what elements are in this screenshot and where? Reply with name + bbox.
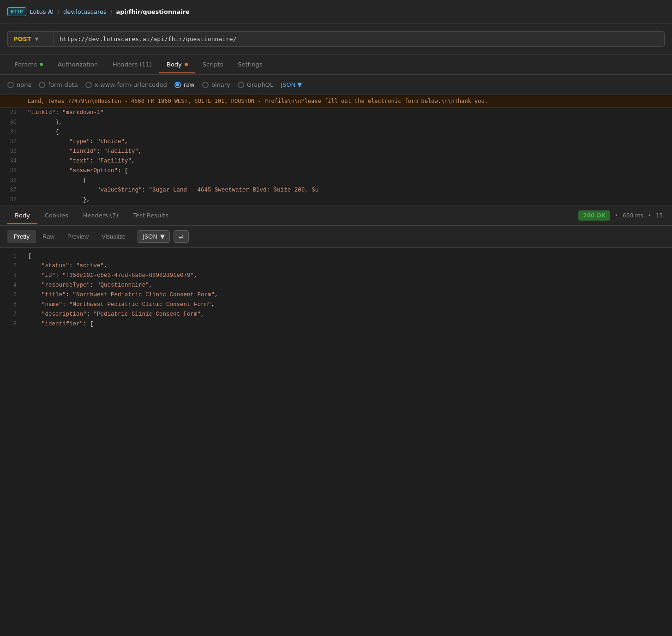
tab-scripts[interactable]: Scripts [195, 55, 230, 73]
resp-line-8: 8 "identifier": [ [0, 319, 672, 329]
breadcrumb-item-1[interactable]: Lotus AI [30, 8, 54, 15]
resp-line-5: 5 "title": "Northwest Pediatric Clinic C… [0, 290, 672, 300]
radio-binary-label: binary [211, 81, 230, 88]
resp-line-content-4: "resourceType": "Questionnaire", [24, 281, 672, 290]
response-tab-headers-label: Headers (7) [83, 212, 119, 219]
request-tab-bar: Params Authorization Headers (11) Body S… [0, 54, 672, 75]
line-num-33: 33 [0, 147, 24, 156]
radio-raw-circle [174, 82, 181, 88]
response-tab-cookies-label: Cookies [45, 212, 68, 219]
radio-raw[interactable]: raw [174, 81, 195, 88]
radio-form-data-label: form-data [48, 81, 78, 88]
body-dot [185, 63, 188, 66]
visualize-button[interactable]: Visualize [95, 230, 132, 243]
format-dropdown[interactable]: JSON ▼ [281, 81, 302, 88]
radio-urlencoded[interactable]: x-www-form-urlencoded [85, 81, 167, 88]
line-num-30: 30 [0, 118, 24, 127]
tab-params-label: Params [15, 61, 37, 68]
code-line-30: 30 }, [0, 118, 672, 127]
tab-scripts-label: Scripts [203, 61, 223, 68]
wrap-icon: ⇌ [179, 233, 184, 240]
response-tab-testresults-label: Test Results [133, 212, 168, 219]
tab-body-label: Body [167, 61, 182, 68]
line-content-29: "linkId": "markdown-1" [24, 108, 672, 117]
request-code-editor[interactable]: Land, Texas 77479\n\nHouston - 4560 FM 1… [0, 95, 672, 205]
resp-line-num-1: 1 [0, 252, 24, 261]
code-line-33: 33 "linkId": "Facility", [0, 147, 672, 156]
breadcrumb-sep-2: / [110, 8, 114, 15]
resp-line-3: 3 "id": "f358c101-c5e3-47cd-8a8e-88982d9… [0, 271, 672, 281]
radio-binary-circle [202, 82, 209, 88]
url-input[interactable] [54, 31, 665, 47]
radio-urlencoded-circle [85, 82, 92, 88]
response-tab-cookies[interactable]: Cookies [37, 206, 76, 224]
response-size: 15. [656, 212, 665, 219]
tab-body[interactable]: Body [159, 55, 195, 73]
resp-line-num-2: 2 [0, 261, 24, 271]
line-content-31: { [24, 127, 672, 137]
breadcrumb-sep-1: / [58, 8, 62, 15]
breadcrumb-item-3: api/fhir/questionnaire [116, 8, 190, 15]
code-line-36: 36 { [0, 176, 672, 186]
breadcrumb: Lotus AI / dev.lotuscares / api/fhir/que… [30, 8, 190, 15]
line-num-29: 29 [0, 108, 24, 117]
response-tab-body-label: Body [15, 212, 30, 219]
resp-line-content-8: "identifier": [ [24, 319, 672, 329]
line-content-38: }, [24, 195, 672, 204]
wrap-button[interactable]: ⇌ [174, 230, 189, 243]
method-dropdown[interactable]: POST ▼ [7, 31, 54, 47]
code-scroll-hint: Land, Texas 77479\n\nHouston - 4560 FM 1… [0, 95, 672, 108]
line-content-35: "answerOption": [ [24, 166, 672, 175]
resp-line-num-4: 4 [0, 281, 24, 290]
response-tab-headers[interactable]: Headers (7) [76, 206, 126, 224]
code-line-35: 35 "answerOption": [ [0, 166, 672, 176]
line-content-34: "text": "Facility", [24, 156, 672, 166]
line-content-32: "type": "choice", [24, 137, 672, 146]
tab-authorization[interactable]: Authorization [50, 55, 105, 73]
code-line-38: 38 }, [0, 195, 672, 205]
http-badge: HTTP [7, 7, 26, 16]
response-format-dropdown[interactable]: JSON ▼ [138, 230, 170, 243]
resp-line-content-5: "title": "Northwest Pediatric Clinic Con… [24, 290, 672, 300]
line-num-31: 31 [0, 127, 24, 137]
radio-binary[interactable]: binary [202, 81, 230, 88]
resp-line-num-3: 3 [0, 271, 24, 281]
line-num-34: 34 [0, 156, 24, 166]
response-format-label: JSON [143, 233, 157, 240]
resp-line-content-2: "status": "active", [24, 261, 672, 271]
radio-none-circle [7, 82, 14, 88]
method-label: POST [13, 36, 31, 42]
resp-line-content-3: "id": "f358c101-c5e3-47cd-8a8e-88982d91e… [24, 271, 672, 281]
line-num-37: 37 [0, 186, 24, 195]
resp-line-7: 7 "description": "Pediatric Clinic Conse… [0, 310, 672, 319]
line-content-33: "linkId": "Facility", [24, 147, 672, 156]
response-tab-testresults[interactable]: Test Results [126, 206, 176, 224]
response-dot-sep1: • [615, 212, 618, 219]
line-num-35: 35 [0, 166, 24, 175]
line-num-36: 36 [0, 176, 24, 185]
tab-params[interactable]: Params [7, 55, 50, 73]
pretty-button[interactable]: Pretty [7, 230, 36, 243]
response-tab-body[interactable]: Body [7, 206, 37, 224]
radio-none[interactable]: none [7, 81, 31, 88]
radio-none-label: none [17, 81, 31, 88]
raw-button[interactable]: Raw [36, 230, 61, 243]
code-line-32: 32 "type": "choice", [0, 137, 672, 147]
radio-raw-label: raw [184, 81, 195, 88]
response-code-editor[interactable]: 1 { 2 "status": "active", 3 "id": "f358c… [0, 248, 672, 333]
radio-urlencoded-label: x-www-form-urlencoded [95, 81, 167, 88]
response-tab-bar: Body Cookies Headers (7) Test Results 20… [0, 205, 672, 226]
preview-button[interactable]: Preview [61, 230, 95, 243]
breadcrumb-item-2[interactable]: dev.lotuscares [63, 8, 107, 15]
tab-headers-label: Headers (11) [113, 61, 152, 68]
resp-line-content-7: "description": "Pediatric Clinic Consent… [24, 310, 672, 319]
response-format-chevron-icon: ▼ [160, 233, 165, 240]
chevron-down-icon: ▼ [35, 36, 39, 42]
format-label: JSON [281, 81, 295, 88]
radio-graphql[interactable]: GraphQL [238, 81, 273, 88]
radio-form-data[interactable]: form-data [39, 81, 78, 88]
code-line-31: 31 { [0, 127, 672, 137]
tab-settings[interactable]: Settings [230, 55, 270, 73]
radio-graphql-label: GraphQL [247, 81, 273, 88]
tab-headers[interactable]: Headers (11) [105, 55, 159, 73]
